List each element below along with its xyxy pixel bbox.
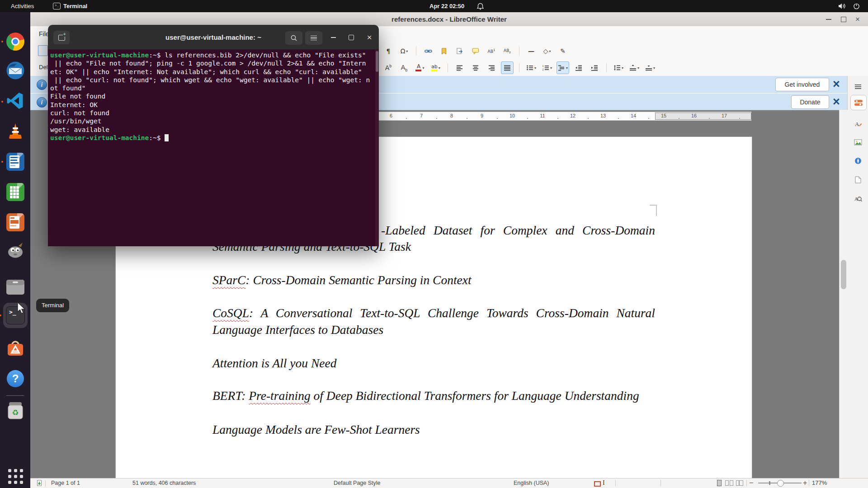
terminal-menu-button[interactable]	[305, 31, 322, 45]
terminal-close-button[interactable]: ×	[364, 33, 374, 42]
terminal-maximize-button[interactable]	[346, 33, 356, 42]
dock-item-libreoffice-writer[interactable]	[5, 151, 26, 172]
line-spacing-button[interactable]: ▾	[612, 61, 625, 74]
superscript-button[interactable]: Ab	[382, 61, 395, 74]
hyperlink-button[interactable]	[422, 45, 434, 57]
zoom-out-icon[interactable]: −	[749, 478, 753, 488]
word-count[interactable]: 51 words, 406 characters	[132, 479, 196, 488]
document-paragraph[interactable]: SParC: Cross-Domain Semantic Parsing in …	[212, 272, 472, 288]
close-notification-icon[interactable]: ×	[830, 95, 842, 108]
document-paragraph[interactable]: -Labeled Dataset for Complex and Cross-D…	[381, 222, 655, 239]
style-inspector-tab[interactable]: A	[850, 192, 866, 206]
comment-button[interactable]	[469, 45, 482, 57]
dock-item-ubuntu-software[interactable]	[5, 338, 26, 359]
freeform-line-button[interactable]: ✎	[557, 45, 569, 57]
cross-reference-button[interactable]	[453, 45, 466, 57]
writer-minimize-button[interactable]	[825, 15, 833, 23]
focused-app-menu[interactable]: Terminal	[63, 0, 87, 12]
dock-item-show-apps[interactable]	[5, 466, 26, 487]
terminal-titlebar[interactable]: user@user-virtual-machine: ~ ×	[48, 25, 379, 50]
donate-button[interactable]: Donate	[791, 95, 829, 109]
unordered-list-button[interactable]: ▾	[525, 61, 538, 74]
formatting-marks-button[interactable]: ¶	[382, 45, 395, 57]
dock-item-libreoffice-calc[interactable]	[5, 182, 26, 202]
document-paragraph[interactable]: BERT: Pre-training of Deep Bidirectional…	[212, 388, 639, 404]
properties-tab[interactable]	[850, 95, 867, 110]
styles-tab[interactable]: A	[850, 117, 866, 131]
document-paragraph[interactable]: CoSQL: A Conversational Text-to-SQL Chal…	[212, 305, 655, 321]
align-left-button[interactable]	[453, 61, 466, 74]
align-right-button[interactable]	[485, 61, 498, 74]
misspelled-word: Pre-training	[249, 389, 310, 403]
dock-item-libreoffice-impress[interactable]	[5, 212, 26, 233]
power-icon[interactable]	[853, 3, 860, 11]
terminal-scrollbar[interactable]	[375, 50, 379, 246]
footnote-button[interactable]: AB1	[485, 45, 498, 57]
basic-shapes-button[interactable]: ◇▾	[541, 45, 553, 57]
page-style[interactable]: Default Page Style	[334, 479, 381, 488]
writer-maximize-button[interactable]	[840, 15, 848, 23]
decrease-indent-button[interactable]	[572, 61, 585, 74]
ruler-tick	[648, 118, 649, 119]
close-notification-icon[interactable]: ×	[830, 77, 842, 91]
horizontal-line-button[interactable]: —	[525, 45, 538, 57]
dock-item-trash[interactable]: ♻	[5, 401, 26, 422]
document-paragraph[interactable]: Language Interfaces to Databases	[212, 322, 383, 338]
document-vertical-scrollbar[interactable]	[839, 110, 848, 478]
clock[interactable]: Apr 22 02:50	[429, 0, 464, 12]
terminal-content[interactable]: user@user-virtual-machine:~$ ls referenc…	[48, 50, 379, 246]
terminal-app-icon: >_	[53, 3, 61, 9]
scrollbar-thumb[interactable]	[841, 260, 846, 289]
increase-indent-button[interactable]	[588, 61, 601, 74]
dock-item-vlc[interactable]	[5, 122, 26, 142]
ruler-number: 9	[481, 113, 483, 118]
zoom-slider-thumb[interactable]	[777, 480, 784, 487]
activities-button[interactable]: Activities	[8, 0, 37, 12]
align-center-button[interactable]	[469, 61, 482, 74]
page-count[interactable]: Page 1 of 1	[51, 479, 80, 488]
terminal-window[interactable]: user@user-virtual-machine: ~ × user@user…	[48, 25, 379, 246]
multi-page-view-icon[interactable]	[725, 480, 733, 486]
dock-item-thunderbird[interactable]	[5, 61, 26, 82]
save-status-icon[interactable]	[36, 480, 42, 488]
single-page-view-icon[interactable]	[717, 480, 722, 488]
navigator-tab[interactable]	[850, 154, 866, 168]
special-character-button[interactable]: Ω▾	[398, 45, 410, 57]
decrease-paragraph-spacing-button[interactable]: ▾	[644, 61, 656, 74]
insert-mode-indicator[interactable]: I	[603, 478, 605, 488]
dock-item-vscode[interactable]	[5, 91, 26, 112]
gallery-tab[interactable]	[850, 135, 866, 150]
dock-item-chrome[interactable]	[5, 31, 26, 52]
paragraph-style-combobox[interactable]: Def	[39, 63, 47, 71]
highlight-color-button[interactable]: ab▾	[429, 61, 442, 74]
terminal-search-button[interactable]	[285, 31, 302, 45]
get-involved-button[interactable]: Get involved	[775, 78, 829, 91]
page-tab[interactable]	[850, 173, 866, 187]
info-icon: i	[37, 97, 47, 108]
document-paragraph[interactable]: Language Models are Few-Shot Learners	[212, 422, 420, 438]
endnote-button[interactable]: ABz	[501, 45, 514, 57]
writer-close-button[interactable]: ×	[854, 15, 862, 23]
zoom-percentage[interactable]: 177%	[812, 478, 827, 488]
dock-item-files[interactable]	[5, 277, 26, 298]
hidden-toolbar-icon[interactable]	[38, 45, 48, 56]
bookmark-button[interactable]	[438, 45, 450, 57]
justify-button[interactable]	[501, 61, 514, 74]
ruler-tick	[497, 118, 498, 119]
zoom-in-icon[interactable]: +	[803, 478, 807, 488]
terminal-minimize-button[interactable]	[328, 33, 338, 42]
selection-mode-icon[interactable]	[594, 481, 601, 487]
increase-paragraph-spacing-button[interactable]: ▾	[628, 61, 641, 74]
subscript-button[interactable]: Ab	[398, 61, 410, 74]
ordered-list-button[interactable]: 12▾	[541, 61, 553, 74]
sidebar-settings-tab[interactable]	[850, 80, 866, 94]
misspelled-word: SParC	[212, 273, 245, 287]
outline-list-button[interactable]: ▾	[557, 61, 569, 74]
text-language[interactable]: English (USA)	[514, 479, 549, 488]
document-paragraph[interactable]: Attention is All you Need	[212, 355, 336, 371]
book-view-icon[interactable]	[736, 480, 743, 486]
font-color-button[interactable]: A▾	[414, 61, 426, 74]
dock-item-gimp[interactable]	[5, 240, 26, 261]
dock-item-help[interactable]: ?	[5, 368, 26, 389]
volume-icon[interactable]	[838, 3, 846, 11]
